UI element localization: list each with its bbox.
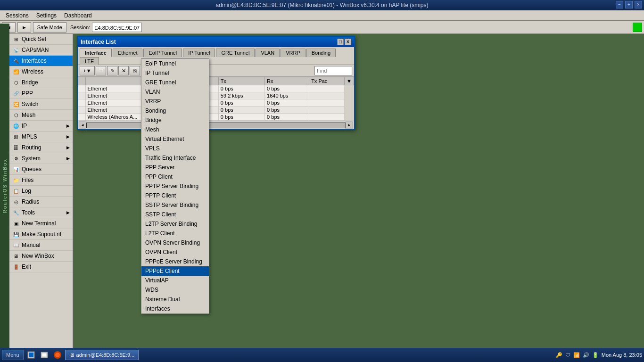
ip-arrow: ▶ xyxy=(66,123,70,128)
menu-item-ovpn-server-binding[interactable]: OVPN Server Binding xyxy=(141,238,209,247)
menu-item-nstreme-dual[interactable]: Nstreme Dual xyxy=(141,295,209,304)
menu-sessions[interactable]: Sessions xyxy=(2,11,33,20)
menu-item-l2tp-server-binding[interactable]: L2TP Server Binding xyxy=(141,219,209,229)
menu-item-gre-tunnel[interactable]: GRE Tunnel xyxy=(141,78,209,87)
interface-list-controls[interactable]: □ × xyxy=(337,39,351,45)
col-txpac[interactable]: Tx Pac xyxy=(309,77,345,85)
sidebar-item-capsman[interactable]: 📡 CAPsMAN xyxy=(9,45,73,56)
menu-item-pppoe-server-binding[interactable]: PPPoE Server Binding xyxy=(141,257,209,266)
menu-settings[interactable]: Settings xyxy=(33,11,60,20)
safe-mode-btn[interactable]: Safe Mode xyxy=(33,22,66,33)
interface-list-window: Interface List □ × Interface Ethernet Eo… xyxy=(77,36,355,130)
menu-dashboard[interactable]: Dashboard xyxy=(60,11,96,20)
sidebar-item-mesh[interactable]: ⬡ Mesh xyxy=(9,110,73,121)
tab-ip-tunnel[interactable]: IP Tunnel xyxy=(183,49,215,57)
menu-item-ppp-server[interactable]: PPP Server xyxy=(141,163,209,172)
taskbar-icon-3[interactable] xyxy=(52,349,63,361)
close-btn[interactable]: × xyxy=(635,1,642,8)
interface-list-close-btn[interactable]: × xyxy=(345,39,351,45)
menu-item-vpls[interactable]: VPLS xyxy=(141,144,209,153)
minimize-btn[interactable]: − xyxy=(616,1,623,8)
sidebar-item-bridge[interactable]: ⬡ Bridge xyxy=(9,77,73,88)
sidebar-item-ip[interactable]: 🌐 IP ▶ xyxy=(9,121,73,132)
menu-item-pptp-client[interactable]: PPTP Client xyxy=(141,191,209,200)
taskbar-icon-2[interactable] xyxy=(39,349,50,361)
sidebar-item-routing[interactable]: 🛤 Routing ▶ xyxy=(9,142,73,153)
cell-txpac xyxy=(309,85,345,92)
menu-item-pppoe-client[interactable]: PPPoE Client xyxy=(141,266,209,276)
sidebar-item-ppp[interactable]: 🔗 PPP xyxy=(9,88,73,99)
menu-item-virtualap[interactable]: VirtualAP xyxy=(141,276,209,285)
window-controls[interactable]: − + × xyxy=(616,1,642,8)
tab-vlan[interactable]: VLAN xyxy=(256,49,280,57)
sidebar-label-new-terminal: New Terminal xyxy=(22,220,56,227)
taskbar-menu-btn[interactable]: Menu xyxy=(2,350,24,360)
taskbar-active-window[interactable]: 🖥 admin@E4:8D:8C:5E:9... xyxy=(65,350,139,360)
interface-list-resize-btn[interactable]: □ xyxy=(337,39,344,45)
sidebar-item-files[interactable]: 📁 Files xyxy=(9,175,73,186)
sidebar-item-manual[interactable]: 📖 Manual xyxy=(9,240,73,251)
sidebar-item-tools[interactable]: 🔧 Tools ▶ xyxy=(9,207,73,218)
sidebar-item-quick-set[interactable]: ⊞ Quick Set xyxy=(9,34,73,45)
sidebar-item-system[interactable]: ⚙ System ▶ xyxy=(9,153,73,164)
scroll-right-btn[interactable]: ► xyxy=(346,122,353,129)
table-row[interactable]: Ethernet 1598 0 bps 0 bps xyxy=(78,107,354,114)
menu-item-ppp-client[interactable]: PPP Client xyxy=(141,172,209,181)
table-row[interactable]: Ethernet 1598 59.2 kbps 1640 bps xyxy=(78,92,354,99)
sidebar-item-log[interactable]: 📋 Log xyxy=(9,186,73,197)
menu-item-traffic-eng-interface[interactable]: Traffic Eng Interface xyxy=(141,153,209,163)
menu-item-virtual-ethernet[interactable]: Virtual Ethernet xyxy=(141,134,209,144)
tab-vrrp[interactable]: VRRP xyxy=(281,49,305,57)
sidebar-label-capsman: CAPsMAN xyxy=(22,47,49,53)
menu-item-eoip-tunnel[interactable]: EoIP Tunnel xyxy=(141,59,209,68)
add-dropdown-btn[interactable]: +▼ xyxy=(80,66,95,75)
scrollbar-track[interactable] xyxy=(86,123,346,128)
table-row[interactable]: Wireless (Atheros A... 1600 0 bps 0 bps xyxy=(78,114,354,121)
tab-lte[interactable]: LTE xyxy=(80,57,99,65)
taskbar-icon-1[interactable] xyxy=(25,349,37,361)
sidebar-item-queues[interactable]: 📊 Queues xyxy=(9,164,73,175)
copy-btn[interactable]: ⎘ xyxy=(130,66,140,75)
sidebar-label-make-supout: Make Supout.rif xyxy=(22,231,61,238)
menu-item-bridge[interactable]: Bridge xyxy=(141,115,209,125)
sidebar-item-make-supout[interactable]: 💾 Make Supout.rif xyxy=(9,229,73,240)
table-row[interactable]: Ethernet 1598 0 bps 0 bps xyxy=(78,99,354,107)
search-input[interactable] xyxy=(314,66,352,75)
sidebar-item-mpls[interactable]: ⛓ MPLS ▶ xyxy=(9,132,73,142)
menu-item-ovpn-client[interactable]: OVPN Client xyxy=(141,247,209,257)
table-row[interactable]: Ethernet 1598 0 bps 0 bps xyxy=(78,85,354,92)
menu-item-sstp-server-binding[interactable]: SSTP Server Binding xyxy=(141,200,209,210)
tab-interface[interactable]: Interface xyxy=(80,49,112,57)
sidebar-item-switch[interactable]: 🔀 Switch xyxy=(9,99,73,110)
tab-bonding[interactable]: Bonding xyxy=(306,49,336,57)
col-name[interactable] xyxy=(78,77,86,85)
menu-item-pptp-server-binding[interactable]: PPTP Server Binding xyxy=(141,181,209,191)
sidebar-item-interfaces[interactable]: 🔌 Interfaces xyxy=(9,56,73,66)
disable-btn[interactable]: ✕ xyxy=(118,66,129,75)
tab-eoip-tunnel[interactable]: EoIP Tunnel xyxy=(143,49,182,57)
col-rx[interactable]: Rx xyxy=(265,77,309,85)
sidebar-item-exit[interactable]: 🚪 Exit xyxy=(9,262,73,272)
menu-item-mesh[interactable]: Mesh xyxy=(141,125,209,134)
forward-btn[interactable]: ► xyxy=(17,22,31,33)
menu-item-interfaces[interactable]: Interfaces xyxy=(141,304,209,313)
menu-item-l2tp-client[interactable]: L2TP Client xyxy=(141,229,209,238)
sidebar-label-system: System xyxy=(22,155,41,162)
sidebar-item-radius[interactable]: ◎ Radius xyxy=(9,197,73,207)
menu-item-vlan[interactable]: VLAN xyxy=(141,87,209,97)
tab-gre-tunnel[interactable]: GRE Tunnel xyxy=(216,49,255,57)
menu-item-wds[interactable]: WDS xyxy=(141,285,209,295)
tab-ethernet[interactable]: Ethernet xyxy=(113,49,143,57)
sidebar-item-new-terminal[interactable]: ▣ New Terminal xyxy=(9,218,73,229)
remove-btn[interactable]: − xyxy=(96,66,106,75)
maximize-btn[interactable]: + xyxy=(625,1,633,8)
menu-item-sstp-client[interactable]: SSTP Client xyxy=(141,210,209,219)
col-tx[interactable]: Tx xyxy=(218,77,264,85)
scroll-left-btn[interactable]: ◄ xyxy=(79,122,86,129)
sidebar-item-wireless[interactable]: 📶 Wireless xyxy=(9,66,73,77)
sidebar-item-new-winbox[interactable]: 🖥 New WinBox xyxy=(9,251,73,262)
menu-item-vrrp[interactable]: VRRP xyxy=(141,97,209,106)
edit-btn[interactable]: ✎ xyxy=(107,66,117,75)
menu-item-ip-tunnel[interactable]: IP Tunnel xyxy=(141,68,209,78)
menu-item-bonding[interactable]: Bonding xyxy=(141,106,209,115)
